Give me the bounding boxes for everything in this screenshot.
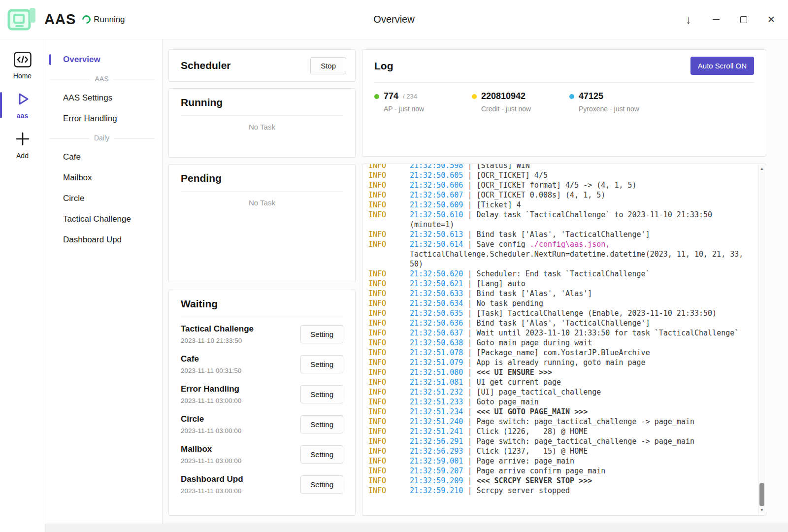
- log-level: INFO: [368, 348, 410, 358]
- minimize-button[interactable]: [702, 0, 730, 39]
- log-line: INFO 21:32:50.634 | No task pending: [368, 299, 744, 308]
- download-arrow-button[interactable]: ↓: [675, 0, 702, 39]
- scrollbar-thumb[interactable]: [759, 483, 764, 506]
- log-level: INFO: [368, 230, 410, 239]
- task-setting-button[interactable]: Setting: [300, 355, 343, 373]
- pending-empty-text: No Task: [181, 192, 343, 214]
- log-line: INFO 21:32:50.598 | [Status] WIN: [368, 164, 744, 170]
- waiting-task-row: Tactical Challenge 2023-11-10 21:33:50 S…: [181, 319, 343, 349]
- scroll-down-arrow-icon[interactable]: ▼: [758, 507, 765, 514]
- app-logo-icon: [7, 6, 37, 33]
- log-level: INFO: [368, 387, 410, 397]
- main-area: Scheduler Stop Running No Task Pending N…: [163, 39, 788, 524]
- sidebar-item-error-handling[interactable]: Error Handling: [45, 108, 162, 129]
- log-stat: 774 / 234 AP - just now: [374, 91, 472, 113]
- log-level: INFO: [368, 308, 410, 318]
- log-level: INFO: [368, 338, 410, 348]
- sidebar-item-label: Mailbox: [63, 173, 92, 182]
- log-level: INFO: [368, 200, 410, 210]
- log-level: INFO: [368, 486, 410, 496]
- task-setting-button[interactable]: Setting: [300, 445, 343, 464]
- rail-item-add[interactable]: Add: [0, 125, 45, 165]
- sidebar-item-circle[interactable]: Circle: [45, 188, 162, 209]
- task-setting-button[interactable]: Setting: [300, 325, 343, 343]
- stat-value: 774: [384, 91, 398, 101]
- maximize-icon: [740, 16, 747, 23]
- auto-scroll-button[interactable]: Auto Scroll ON: [690, 57, 754, 75]
- log-level: INFO: [368, 180, 410, 190]
- log-line: INFO 21:32:51.081 | UI get current page: [368, 377, 744, 387]
- task-setting-button[interactable]: Setting: [300, 475, 343, 494]
- log-message: 21:32:51.078 | [Package_name] com.Yostar…: [410, 348, 744, 358]
- maximize-button[interactable]: [730, 0, 757, 39]
- log-line: INFO 21:32:50.635 | [Task] TacticalChall…: [368, 308, 744, 318]
- log-level: INFO: [368, 299, 410, 308]
- log-stats: 774 / 234 AP - just now 220810942 Credit…: [374, 91, 754, 113]
- sidebar-item-aas-settings[interactable]: AAS Settings: [45, 88, 162, 108]
- stat-dot-icon: [472, 94, 477, 99]
- log-message: 21:32:50.620 | Scheduler: End task `Tact…: [410, 269, 744, 279]
- log-message: 21:32:50.638 | Goto main page during wai…: [410, 338, 744, 348]
- icon-rail: Home aas Add: [0, 39, 45, 532]
- sidebar-item-label: Circle: [63, 194, 84, 203]
- sidebar-item-tactical-challenge[interactable]: Tactical Challenge: [45, 209, 162, 230]
- play-icon: [14, 91, 31, 109]
- sidebar-item-dashboard-upd[interactable]: Dashboard Upd: [45, 230, 162, 250]
- scroll-up-arrow-icon[interactable]: ▲: [758, 166, 765, 172]
- log-level: INFO: [368, 417, 410, 427]
- log-level: INFO: [368, 289, 410, 299]
- log-level: INFO: [368, 466, 410, 476]
- task-name: Dashboard Upd: [181, 474, 243, 484]
- task-setting-button[interactable]: Setting: [300, 385, 343, 403]
- log-message: 21:32:50.610 | Delay task `TacticalChall…: [410, 210, 744, 230]
- task-name: Cafe: [181, 354, 241, 364]
- sidebar-item-label: Cafe: [63, 152, 81, 162]
- log-message: 21:32:50.614 | Save config ./config\aas.…: [410, 239, 744, 269]
- log-line: INFO 21:32:50.636 | Bind task ['Alas', '…: [368, 318, 744, 328]
- log-line: INFO 21:32:56.291 | Page switch: page_ta…: [368, 436, 744, 446]
- log-line: INFO 21:32:51.233 | Goto page_main: [368, 397, 744, 407]
- log-level: INFO: [368, 164, 410, 170]
- horizontal-scrollbar[interactable]: [45, 524, 788, 532]
- rail-item-aas[interactable]: aas: [0, 85, 45, 125]
- stat-caption: Credit - just now: [472, 105, 569, 113]
- log-message: 21:32:51.241 | Click (1226, 28) @ HOME: [410, 427, 744, 436]
- log-level: INFO: [368, 397, 410, 407]
- log-level: INFO: [368, 318, 410, 328]
- sidebar-item-mailbox[interactable]: Mailbox: [45, 167, 162, 188]
- log-message: 21:32:56.291 | Page switch: page_tactica…: [410, 436, 744, 446]
- log-level: INFO: [368, 190, 410, 200]
- sidebar-nav: OverviewAASAAS SettingsError HandlingDai…: [45, 39, 163, 524]
- log-line: INFO 21:32:50.609 | [Ticket] 4: [368, 200, 744, 210]
- scheduler-stop-button[interactable]: Stop: [310, 57, 346, 74]
- close-button[interactable]: ✕: [757, 0, 785, 39]
- window-controls: ↓ ✕: [675, 0, 785, 39]
- sidebar-section-divider: AAS: [45, 70, 162, 88]
- waiting-title: Waiting: [181, 298, 343, 310]
- sidebar-item-cafe[interactable]: Cafe: [45, 147, 162, 167]
- sidebar-item-label: AAS Settings: [63, 93, 112, 102]
- stat-dot-icon: [374, 94, 379, 99]
- waiting-task-row: Circle 2023-11-11 03:00:00 Setting: [181, 409, 343, 439]
- sidebar-item-overview[interactable]: Overview: [45, 49, 162, 70]
- log-message: 21:32:50.607 | [OCR_TICKET 0.008s] (4, 1…: [410, 190, 744, 200]
- waiting-task-row: Mailbox 2023-11-11 03:00:00 Setting: [181, 439, 343, 469]
- waiting-task-row: Dashboard Upd 2023-11-11 03:00:00 Settin…: [181, 469, 343, 499]
- running-card: Running No Task: [168, 88, 356, 158]
- log-message: 21:32:51.079 | App is already running, g…: [410, 358, 744, 367]
- log-message: 21:32:51.240 | Page switch: page_tactica…: [410, 417, 744, 427]
- task-name: Error Handling: [181, 384, 241, 394]
- rail-item-home[interactable]: Home: [0, 46, 45, 85]
- log-message: 21:32:50.636 | Bind task ['Alas', 'Tacti…: [410, 318, 744, 328]
- log-vertical-scrollbar[interactable]: ▲ ▼: [758, 165, 765, 515]
- log-line: INFO 21:32:51.079 | App is already runni…: [368, 358, 744, 367]
- task-time: 2023-11-10 21:33:50: [181, 337, 254, 344]
- log-message: 21:32:50.621 | [Lang] auto: [410, 279, 744, 289]
- log-line: INFO 21:32:50.610 | Delay task `Tactical…: [368, 210, 744, 230]
- log-message: 21:32:50.635 | [Task] TacticalChallenge …: [410, 308, 744, 318]
- task-setting-button[interactable]: Setting: [300, 415, 343, 433]
- log-line: INFO 21:32:51.240 | Page switch: page_ta…: [368, 417, 744, 427]
- sidebar-item-label: Tactical Challenge: [63, 214, 131, 224]
- running-empty-text: No Task: [181, 116, 343, 138]
- log-message: 21:32:50.634 | No task pending: [410, 299, 744, 308]
